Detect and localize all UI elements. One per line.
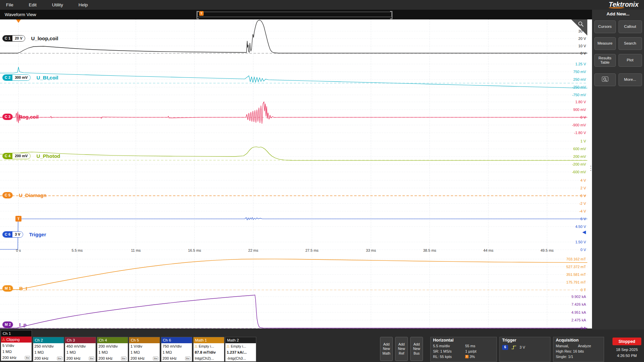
bandwidth-icon: Bw [185,357,191,360]
trigger-marker-icon[interactable]: T [15,216,21,222]
add-new-ref-button[interactable]: AddNewRef [395,337,408,361]
search-button[interactable]: Search [619,37,642,50]
zoom-button[interactable] [594,73,616,86]
badge-warning: ⚠ Clipping [1,337,32,343]
bottom-bar: Stopped 18 Sep 2025 4:26:50 PM Ch 1⚠ Cli… [0,329,644,362]
horizontal-row: 5.5 ms/div55 ms [433,343,494,349]
plot-button[interactable]: Plot [619,54,642,67]
menu-utility[interactable]: Utility [52,2,63,7]
trigger-panel[interactable]: Trigger63 V [499,337,550,362]
add-new-math-button[interactable]: AddNewMath [380,337,393,361]
channel-badge-c2[interactable]: C 2300 mV [2,74,31,81]
badge-row: 200 kHzBw [161,355,192,361]
trigger-flag-icon[interactable]: T [199,11,204,16]
add-new-bus-button[interactable]: AddNewBus [410,337,423,361]
channel-label-c4[interactable]: U_Photod [37,153,60,159]
badge-row: 200 mV/div [97,343,128,349]
horizontal-row: RL: 55 kptsT3% [433,354,494,359]
channel-badge-m1[interactable]: M 1 [2,285,13,292]
badge-warning: ⚠ Empty i... [225,343,256,349]
channel-label-m1[interactable]: B_t [19,286,27,291]
channel-id-c6: C 6 [3,232,12,237]
horizontal-cell: 1 µs/pt [465,349,476,354]
results-table-button[interactable]: Results Table [594,54,616,67]
badge-header: Math 1 [194,337,224,343]
trigger-source-badge: 6 [502,345,508,350]
bottom-badge-ch4[interactable]: Ch 4200 mV/div1 MΩ200 kHzBw [97,337,128,362]
bandwidth-icon: Bw [89,357,94,360]
badge-header: Ch 3 [65,337,96,343]
channel-label-c1[interactable]: U_loop,coil [31,36,58,41]
trace-c6 [0,218,587,249]
menu-file[interactable]: File [6,2,13,7]
channel-badge-c5[interactable]: C 5 [2,192,13,198]
channel-id-c5: C 5 [3,192,12,198]
bottom-badge-ch2[interactable]: Ch 2250 mV/div1 MΩ200 kHzBw [33,337,64,362]
channel-badge-c3[interactable]: C 3 [2,114,13,120]
horizontal-cell: SR: 1 MS/s [433,349,465,354]
horizontal-panel[interactable]: Horizontal5.5 ms/div55 msSR: 1 MS/s1 µs/… [430,337,497,362]
warning-icon: ⚠ [226,344,230,349]
badge-row: 450 mV/div [65,343,96,349]
badge-row: Intg(Ch2)... [194,355,224,361]
measure-button[interactable]: Measure [594,37,616,50]
cursors-button[interactable]: Cursors [594,20,616,33]
bottom-badge-math2[interactable]: Math 2⚠ Empty i...1.237 kA/...-Intg(Ch3.… [225,337,256,362]
badge-row: -Intg(Ch3... [225,355,256,361]
badge-row: 1 MΩ [65,349,96,355]
acquisition-row: Manual,Analyze [556,343,601,349]
add-new-header: Add New... [592,11,644,16]
horizontal-cell: 5.5 ms/div [433,343,465,349]
channel-id-c1: C 1 [3,36,12,41]
badge-header: Ch 1 [1,330,32,337]
channel-scale-c4: 200 mV [12,153,30,159]
bottom-badge-ch5[interactable]: Ch 51 V/div1 MΩ200 kHzBw [129,337,160,362]
channel-id-c2: C 2 [3,75,12,80]
acquisition-panel[interactable]: AcquisitionManual,AnalyzeHigh Res: 16 bi… [553,337,604,362]
channel-badge-c1[interactable]: C 120 V [2,35,25,42]
badge-row: 1.237 kA/... [225,349,256,355]
callout-button[interactable]: Callout [619,20,642,33]
badge-row: 200 kHzBw [65,355,96,361]
acquisition-status-badge[interactable]: Stopped [612,338,641,345]
badge-row: 200 kHzBw [33,355,64,361]
bandwidth-icon: Bw [153,357,158,360]
horizontal-cell: RL: 55 kpts [433,354,465,359]
channel-label-c3[interactable]: Rog,coil [19,114,39,120]
channel-scale-c1: 20 V [12,36,25,41]
channel-label-m2[interactable]: I_p [19,322,26,327]
horizontal-cell: T3% [465,354,475,359]
time-text: 4:26:50 PM [612,354,641,358]
bottom-badge-math1[interactable]: Math 1⚠ Empty i...87.8 mT/divIntg(Ch2)..… [193,337,224,362]
badge-row: 750 mV/div [161,343,192,349]
bottom-badge-ch6[interactable]: Ch 6750 mV/div1 MΩ200 kHzBw [161,337,192,362]
zoom-icon [578,21,584,27]
badge-row: 87.8 mT/div [194,349,224,355]
bandwidth-icon: Bw [25,356,30,360]
menu-edit[interactable]: Edit [29,2,37,7]
more-button[interactable]: More... [619,73,642,86]
channel-label-c5[interactable]: U_Diamagn [19,192,47,198]
horizontal-title: Horizontal [433,338,494,343]
badge-row: 1 MΩ [1,349,32,355]
bottom-badge-ch1[interactable]: Ch 1⚠ Clipping5 V/div1 MΩ200 kHzBw [1,330,32,361]
channel-badge-c4[interactable]: C 4200 mV [2,153,31,159]
badge-row: 1 MΩ [33,349,64,355]
bottom-badge-ch3[interactable]: Ch 3450 mV/div1 MΩ200 kHzBw [65,337,96,362]
menu-help[interactable]: Help [78,2,88,7]
channel-label-c6[interactable]: Trigger [29,232,46,237]
right-panel: Add New... Cursors Callout Measure Searc… [592,10,644,362]
date-text: 18 Sep 2025 [612,348,641,352]
badge-header: Ch 4 [97,337,128,343]
logo-text: Tektronix [609,1,639,8]
horizontal-row: SR: 1 MS/s1 µs/pt [433,349,494,354]
badge-header: Ch 6 [161,337,192,343]
channel-label-c2[interactable]: U_Bt,coil [37,75,58,80]
record-view-navigator[interactable] [197,12,392,17]
channel-scale-c2: 300 mV [12,75,30,80]
trigger-position-icon[interactable] [16,19,21,23]
bandwidth-icon: Bw [57,357,62,360]
channel-badge-c6[interactable]: C 63 V [2,231,23,238]
trigger-level-icon[interactable]: ◀ [582,229,586,235]
channel-badge-m2[interactable]: M 2 [2,321,13,328]
